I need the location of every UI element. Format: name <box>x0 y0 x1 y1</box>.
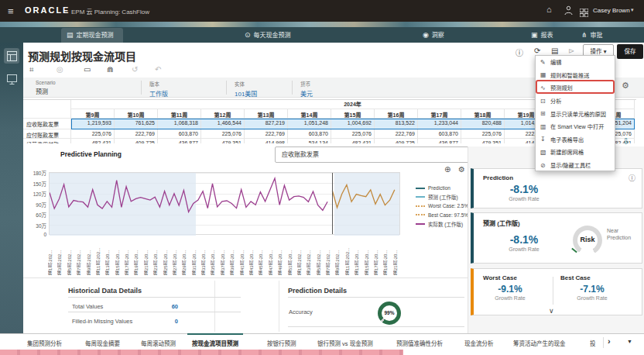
info-icon[interactable]: ⓘ <box>516 47 523 58</box>
grid-cell[interactable]: 225,076 <box>71 129 115 139</box>
grid-cell[interactable]: 222,769 <box>375 129 418 139</box>
grid-cell[interactable]: 225,076 <box>331 129 375 139</box>
grid-cell[interactable]: 1,051,248 <box>288 119 331 129</box>
nav-tab-5[interactable]: ⋔审批 <box>581 30 603 43</box>
grid-column-header[interactable]: 第12周 <box>201 109 245 119</box>
hierarchy-icon[interactable]: ⋒ <box>107 65 113 74</box>
menu-item-8[interactable]: ▧新建即席网格 <box>536 146 615 159</box>
bottom-tab-1[interactable]: 集团预测分析 <box>27 339 62 347</box>
grid-column-header[interactable]: 第15周 <box>331 109 375 119</box>
menu-item-7[interactable]: ↧电子表格导出 <box>536 133 615 146</box>
grid-cell[interactable]: 479,351 <box>461 139 505 143</box>
person-icon[interactable] <box>564 5 573 19</box>
grid-cell[interactable]: 222,769 <box>245 129 288 139</box>
tabs-scroll-right-icon[interactable]: › <box>608 336 611 346</box>
grid-cell[interactable]: 603,870 <box>158 129 201 139</box>
member-dropdown-value: 应收账款发票 <box>282 151 319 158</box>
grid-column-header[interactable]: 第18周 <box>461 109 505 119</box>
menu-item-1[interactable]: ✎编辑 <box>536 56 615 69</box>
comment-icon[interactable]: ▭ <box>84 65 91 74</box>
grid-cell[interactable]: 1,004,692 <box>331 119 375 129</box>
grid-cell[interactable]: 1,233,044 <box>418 119 461 129</box>
menu-item-3[interactable]: ∿预测规划 <box>536 81 615 95</box>
bottom-tab-3[interactable]: 每周滚动预测 <box>141 339 176 347</box>
grid-cell[interactable]: 482,431 <box>331 139 375 143</box>
grid-cell[interactable]: 603,870 <box>288 129 331 139</box>
nav-tab-3[interactable]: ◉洞察 <box>423 30 444 43</box>
nav-tab-4[interactable]: ▣报表 <box>531 30 553 43</box>
grid-row-header[interactable]: 应收账款发票 <box>23 119 71 129</box>
bottom-tab-5[interactable]: 按银行预测 <box>267 339 296 347</box>
bottom-tab-8[interactable]: 现金流分析 <box>464 339 494 347</box>
grid-cell[interactable]: 534,134 <box>288 139 331 143</box>
pov-member-value[interactable]: 预测 <box>36 87 56 95</box>
user-menu[interactable]: Casey Brown <box>593 7 630 14</box>
info-icon[interactable]: ⓘ <box>629 173 635 183</box>
adjust-icon[interactable]: ⌗ <box>29 65 34 74</box>
grid-cell[interactable]: 761,625 <box>115 119 158 129</box>
grid-cell[interactable]: 225,076 <box>461 129 505 139</box>
grid-column-header[interactable]: 第13周 <box>245 109 288 119</box>
bottom-tab-2[interactable]: 每周现金摘要 <box>85 339 120 347</box>
user-caret-icon[interactable]: ▾ <box>631 7 634 13</box>
grid-cell[interactable]: 1,466,544 <box>201 119 245 129</box>
pov-member-value[interactable]: 101美国 <box>235 89 257 98</box>
dashboard-panel-icon[interactable] <box>4 71 19 87</box>
grid-cell[interactable]: 603,870 <box>418 129 461 139</box>
menu-item-4[interactable]: ⊡分析 <box>536 95 615 108</box>
grid-cell[interactable]: 436,877 <box>158 139 201 143</box>
chart-settings-icon[interactable]: ⚙ <box>458 165 465 174</box>
grid-cell[interactable]: 1,219,593 <box>71 119 115 129</box>
bottom-tab-6[interactable]: 银行预测 vs 现金预测 <box>317 339 373 347</box>
grid-cell[interactable]: 827,219 <box>245 119 288 129</box>
tabs-list-caret-icon[interactable]: ▼ <box>627 339 632 344</box>
menu-item-9[interactable]: ⊘显示/隐藏工具栏 <box>536 159 615 172</box>
grid-column-header[interactable]: 第17周 <box>418 109 461 119</box>
grid-cell[interactable]: 409,725 <box>115 139 158 143</box>
forms-panel-icon[interactable] <box>4 48 19 64</box>
app-grid-icon[interactable] <box>580 6 588 15</box>
move-icon[interactable]: ⊳ <box>568 47 574 55</box>
bottom-tab-7[interactable]: 预测值准确性分析 <box>396 339 443 347</box>
menu-item-5[interactable]: ⊞显示只读单元格的原因 <box>536 107 615 120</box>
x-axis-tick: 第47周-20... <box>267 238 274 275</box>
grid-cell[interactable]: 225,076 <box>201 129 245 139</box>
nav-tab-1[interactable]: ▤定期现金预测 <box>67 30 114 43</box>
grid-column-header[interactable]: 第14周 <box>288 109 331 119</box>
grid-column-header[interactable]: 第16周 <box>375 109 418 119</box>
grid-cell[interactable]: 1,068,318 <box>158 119 201 129</box>
grid-cell[interactable]: 813,522 <box>375 119 418 129</box>
bottom-tab-9[interactable]: 筹资活动产生的现金 <box>513 339 566 347</box>
grid-column-header[interactable]: 第10周 <box>115 109 158 119</box>
grid-row-header[interactable]: 经营费用付款 <box>23 139 71 143</box>
grid-column-header[interactable]: 第9周 <box>71 109 115 119</box>
home-icon[interactable]: ⌂ <box>546 5 552 14</box>
pov-member-value[interactable]: 美元 <box>300 89 313 98</box>
pov-member-value[interactable]: 工作版 <box>149 89 168 98</box>
grid-cell[interactable]: 414,998 <box>245 139 288 143</box>
pov-gear-icon[interactable]: ⚙ <box>622 81 629 91</box>
chart-zoom-icon[interactable]: ⊕ <box>444 165 450 174</box>
prediction-chart[interactable] <box>49 172 400 235</box>
menu-item-2[interactable]: ▦规则和智能推送 <box>536 69 615 82</box>
save-button[interactable]: 保存 <box>617 44 643 59</box>
expand-chevron-icon[interactable]: ∨ <box>549 307 554 315</box>
download-icon[interactable]: ⇩ <box>622 136 629 146</box>
grid-column-header[interactable]: 第11周 <box>158 109 201 119</box>
menu-item-6[interactable]: ▥在 Smart View 中打开 <box>536 120 615 133</box>
nav-tab-2[interactable]: ⊙每天现金预测 <box>245 30 291 43</box>
grid-cell[interactable]: 436,877 <box>418 139 461 143</box>
grid-cell[interactable]: 820,488 <box>461 119 505 129</box>
grid-cell[interactable]: 222,769 <box>115 129 158 139</box>
grid-cell[interactable]: 479,351 <box>201 139 245 143</box>
grid-cell[interactable]: 482,431 <box>71 139 115 143</box>
bottom-tab-10[interactable]: 投 <box>590 339 601 347</box>
rules-icon[interactable]: ▤ <box>551 47 558 55</box>
member-dropdown[interactable]: 应收账款发票 ▼ <box>275 146 499 163</box>
left-sidebar <box>0 43 23 333</box>
bottom-tab-4[interactable]: 按现金流项目预测 <box>192 339 238 347</box>
refresh-icon[interactable]: ⟳ <box>534 47 540 55</box>
hamburger-menu-icon[interactable]: ≡ <box>8 5 14 17</box>
grid-row-header[interactable]: 应付账款发票 <box>23 129 71 139</box>
grid-cell[interactable]: 409,725 <box>375 139 418 143</box>
